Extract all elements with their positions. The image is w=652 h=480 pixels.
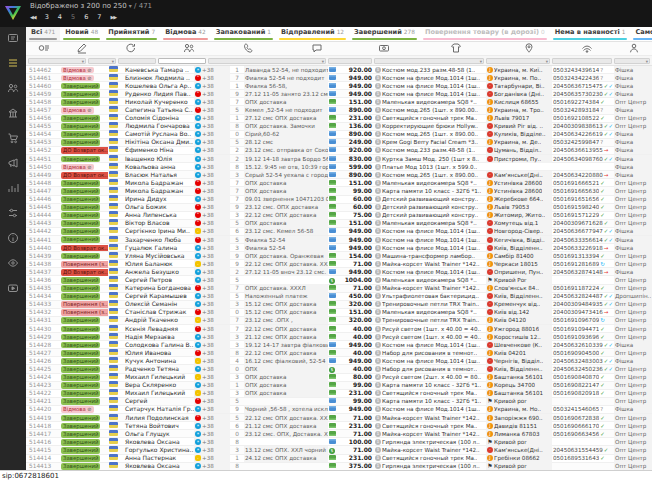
column-header-status-history-icon[interactable]	[26, 42, 62, 55]
tracking-number: 0501690822147	[553, 381, 599, 389]
kyivstar-operator-icon: *	[195, 269, 201, 275]
filter-dropdown-0[interactable]: ▾	[28, 58, 86, 64]
first-page-button[interactable]: ◀◀	[30, 14, 36, 20]
tab-count-badge: 278	[404, 29, 415, 35]
filter-dropdown-9[interactable]: ▾	[614, 58, 650, 64]
column-header-comment-bubble-icon[interactable]	[278, 42, 356, 55]
products-cart-icon[interactable]	[5, 131, 21, 145]
tracking-cell: 20400309671628✓	[552, 219, 614, 227]
flag-cell	[108, 381, 124, 389]
phone-cell: ˚+38	[194, 414, 230, 422]
monitoring-eye-icon[interactable]	[5, 256, 21, 270]
tracking-number: 0501690820918	[553, 389, 599, 397]
last-page-button[interactable]: ▶▶	[110, 14, 116, 20]
column-header-address-pin-icon[interactable]	[500, 42, 558, 55]
tracking-number: 0501691666521	[553, 179, 599, 187]
ukraine-flag-icon	[109, 236, 118, 242]
tab-label: Самовивіз	[635, 28, 652, 36]
filter-search-input[interactable]	[158, 58, 206, 64]
page-button-7[interactable]: 7	[97, 13, 101, 21]
status-cell: Завершений	[60, 138, 108, 146]
page-button-6[interactable]: 6	[84, 13, 88, 21]
payment-cell	[328, 268, 340, 276]
flag-cell	[108, 260, 124, 268]
page-button-4[interactable]: 4	[58, 13, 62, 21]
address-cell: JСлов'янськ 84..	[486, 284, 552, 292]
product-cell: 1Костюм на флисе Мод.1014 (1ш..	[374, 268, 486, 276]
product-cell: 1Рисуй светом (1шт. x 40.00 = 40..	[374, 325, 486, 333]
address-cell: JКислиця 68655	[486, 98, 552, 106]
tab-Прийнятий[interactable]: Прийнятий7	[103, 27, 160, 41]
column-header-payment-money-icon[interactable]	[356, 42, 412, 55]
filter-dropdown-1[interactable]: ▾	[88, 58, 116, 64]
filter-dropdown-4[interactable]: ▾	[208, 58, 326, 64]
page-button-5[interactable]: 5	[71, 13, 75, 21]
page-button-3[interactable]: 3	[45, 13, 49, 21]
ukraine-flag-icon	[109, 98, 118, 104]
ukraine-flag-icon	[109, 219, 118, 225]
filter-dropdown-2[interactable]	[118, 58, 156, 64]
tab-Запакований[interactable]: Запакований1	[211, 27, 276, 41]
justin-carrier-icon: J	[487, 350, 493, 356]
finance-icon[interactable]	[5, 106, 21, 120]
tracking-number: 0501690904500	[553, 349, 599, 357]
clients-icon[interactable]	[5, 81, 21, 95]
ukraine-flag-icon	[109, 422, 118, 428]
status-badge: Завершений	[61, 293, 100, 300]
tracking-status-redirect-icon: →	[604, 245, 609, 251]
tab-Повернення товару (в дорозі)[interactable]: Повернення товару (в дорозі)0	[420, 27, 550, 41]
calls-count: 5	[230, 106, 244, 114]
filter-dropdown-6[interactable]: ▾	[374, 58, 484, 64]
column-header-clients-icon[interactable]	[160, 42, 218, 55]
status-cell: ДО Возврат ок..	[60, 268, 108, 276]
ukraine-flag-icon	[109, 90, 118, 96]
tab-count-badge: 12	[337, 29, 344, 35]
flag-cell	[108, 446, 124, 454]
column-header-manager-person-icon[interactable]	[616, 42, 652, 55]
info-icon[interactable]	[5, 231, 21, 245]
orders-list-icon[interactable]	[5, 56, 21, 70]
delivery-address: Украина, м. Но..	[494, 405, 541, 413]
flag-cell	[108, 357, 124, 365]
address-cell: ·Київ від.142	[486, 308, 552, 316]
filter-dropdown-5[interactable]	[328, 58, 372, 64]
range-dropdown-caret[interactable]: ▾	[129, 2, 132, 9]
tab-Новий[interactable]: Новий48	[60, 27, 103, 41]
reports-chart-icon[interactable]	[5, 181, 21, 195]
calls-count: 5	[230, 414, 244, 422]
card-payment-icon	[329, 131, 336, 136]
tab-Самовивіз[interactable]: Самовивіз2	[630, 27, 652, 41]
tab-Нема в наявності[interactable]: Нема в наявності1	[550, 27, 631, 41]
delivery-address: Черкаси 18015	[494, 260, 538, 268]
delivery-address: Запоріжжя 690..	[494, 414, 543, 422]
settings-sliders-icon[interactable]	[5, 206, 21, 220]
product-cell: 1Маленькая видеокамера SQ8 *..	[374, 98, 486, 106]
app-logo-icon[interactable]	[3, 3, 23, 23]
cod-payment-icon	[329, 309, 336, 314]
tab-Всі[interactable]: Всі471	[26, 27, 60, 41]
workspace-icon[interactable]	[5, 31, 21, 45]
tracking-cell: 0501690666170✓	[552, 422, 614, 430]
filter-dropdown-8[interactable]	[552, 58, 612, 64]
product-cell: 1Костюм на флисе Мод.1014 (1ш..	[374, 227, 486, 235]
video-tutorials-icon[interactable]	[5, 281, 21, 295]
tab-Відмова[interactable]: Відмова42	[160, 27, 211, 41]
status-badge: Завершений	[61, 350, 100, 357]
product-cell: 1Костюм мод.265 (1шт. x 890.00..	[374, 106, 486, 114]
tracking-number: 0501690663456	[553, 430, 599, 438]
column-header-product-shirt-icon[interactable]	[412, 42, 500, 55]
tab-label: Нема в наявності	[555, 28, 620, 36]
column-header-call-refresh-icon[interactable]	[102, 42, 160, 55]
filter-dropdown-7[interactable]: ▾	[486, 58, 550, 64]
delivery-address: Баштанка 56101	[494, 373, 543, 381]
column-header-phone-icon[interactable]	[218, 42, 278, 55]
lifecell-operator-icon: ·	[195, 228, 201, 234]
column-header-edit-icon[interactable]	[62, 42, 102, 55]
phone-prefix: +38	[202, 146, 214, 154]
tab-Завершений[interactable]: Завершений278	[349, 27, 420, 41]
delivery-address: Кривой рог	[494, 462, 527, 470]
tab-Відправлений[interactable]: Відправлений12	[276, 27, 349, 41]
address-cell: ⚑Кривой Рог	[486, 276, 552, 284]
marketing-megaphone-icon[interactable]	[5, 156, 21, 170]
column-header-tracking-handset-icon[interactable]	[558, 42, 616, 55]
